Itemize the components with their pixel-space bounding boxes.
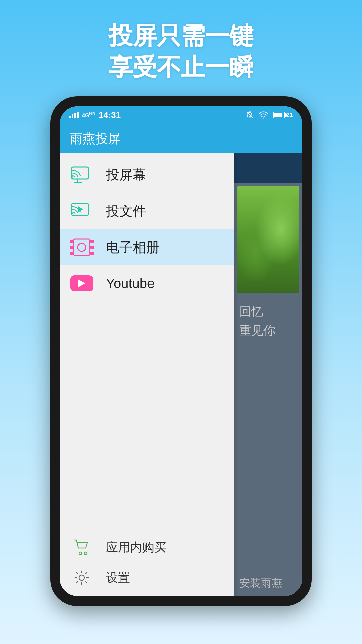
menu-items: 投屏幕	[60, 153, 234, 529]
app-title: 雨燕投屏	[70, 130, 121, 147]
drawer-bottom: 应用内购买 设置	[60, 529, 234, 596]
cast-screen-icon	[70, 166, 94, 183]
svg-point-2	[71, 176, 73, 178]
battery-indicator: 21	[273, 112, 293, 119]
drawer: 投屏幕	[60, 153, 234, 596]
cart-icon	[70, 539, 94, 556]
svg-rect-15	[90, 252, 94, 255]
photo-container	[234, 183, 302, 297]
svg-point-16	[79, 552, 82, 555]
menu-label-youtube: Youtube	[106, 276, 155, 291]
status-bar: 4GHD 14:31	[60, 106, 302, 124]
svg-rect-9	[70, 246, 73, 249]
menu-item-cast-screen[interactable]: 投屏幕	[60, 157, 234, 193]
menu-item-youtube[interactable]: Youtube	[60, 265, 234, 302]
youtube-icon	[70, 275, 94, 292]
wifi-icon	[259, 111, 268, 119]
menu-item-cast-file[interactable]: 投文件	[60, 193, 234, 229]
svg-point-12	[78, 243, 86, 251]
text-overlay: 回忆 重见你	[234, 297, 302, 346]
svg-point-18	[79, 575, 84, 580]
bottom-item-purchase[interactable]: 应用内购买	[60, 532, 234, 562]
network-type: 4GHD	[82, 112, 95, 119]
svg-rect-10	[70, 252, 73, 255]
svg-point-0	[263, 118, 264, 119]
content-area: 投屏幕	[60, 153, 302, 596]
headline-line1: 投屏只需一键	[109, 20, 253, 52]
app-bar: 雨燕投屏	[60, 124, 302, 153]
overlay-text1: 回忆	[239, 304, 297, 320]
settings-icon	[70, 569, 94, 586]
menu-label-cast-screen: 投屏幕	[106, 166, 146, 184]
svg-rect-13	[90, 240, 94, 243]
mute-icon	[246, 111, 254, 119]
install-text: 安装雨燕	[239, 576, 282, 591]
headline: 投屏只需一键 享受不止一瞬	[109, 20, 253, 83]
svg-point-17	[84, 552, 87, 555]
status-left: 4GHD 14:31	[69, 110, 121, 120]
menu-item-album[interactable]: 电子相册	[60, 229, 234, 265]
headline-line2: 享受不止一瞬	[109, 52, 253, 83]
battery-level: 21	[286, 112, 293, 119]
phone-screen: 4GHD 14:31	[60, 106, 302, 596]
svg-rect-14	[90, 246, 94, 249]
bottom-label-settings: 设置	[106, 570, 130, 586]
phone-frame: 4GHD 14:31	[50, 96, 312, 606]
cast-file-icon	[70, 202, 94, 220]
overlay-text2: 重见你	[239, 323, 297, 339]
status-time: 14:31	[99, 110, 121, 120]
album-icon	[70, 238, 94, 256]
menu-label-album: 电子相册	[106, 238, 160, 257]
svg-rect-8	[70, 240, 73, 243]
right-panel: 回忆 重见你 安装雨燕	[234, 153, 302, 596]
menu-label-cast-file: 投文件	[106, 202, 146, 220]
signal-icon	[69, 112, 79, 118]
bottom-text-area: 安装雨燕	[234, 346, 302, 596]
svg-point-6	[71, 212, 73, 214]
bottom-label-purchase: 应用内购买	[106, 539, 166, 556]
status-right: 21	[246, 111, 293, 119]
svg-rect-11	[74, 239, 90, 255]
bottom-item-settings[interactable]: 设置	[60, 562, 234, 593]
right-panel-top	[234, 153, 302, 183]
photo-thumbnail	[237, 186, 299, 293]
